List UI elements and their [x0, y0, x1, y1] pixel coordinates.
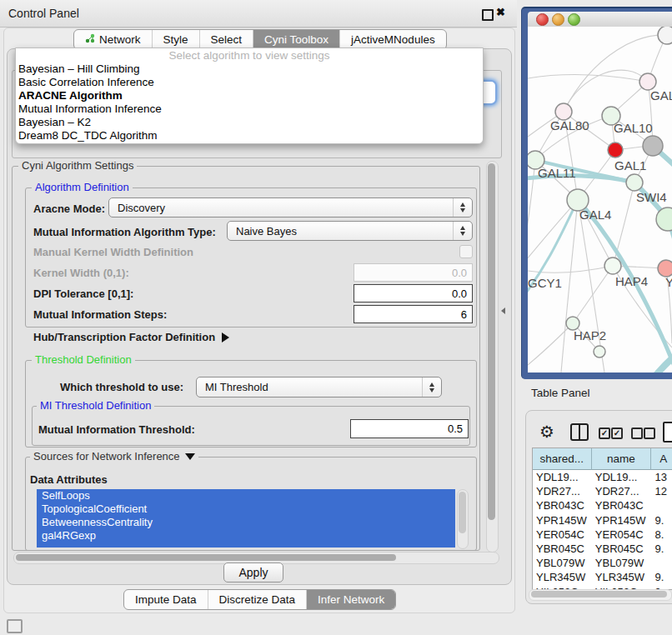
- checkbox-unchecked-icon[interactable]: [644, 428, 655, 439]
- algorithm-definition-title: Algorithm Definition: [32, 182, 133, 193]
- table-cell: 9.: [652, 514, 672, 527]
- minimize-traffic-light[interactable]: [552, 13, 564, 26]
- float-panel-icon[interactable]: [7, 619, 23, 633]
- checkbox-unchecked-icon[interactable]: [631, 428, 643, 439]
- bottom-tab-infer-network-label: Infer Network: [318, 593, 384, 606]
- table-row[interactable]: YDL19...YDL19...13: [533, 470, 672, 484]
- mi-steps-label: Mutual Information Steps:: [33, 308, 167, 321]
- aracne-mode-combobox[interactable]: Discovery: [108, 198, 473, 218]
- algorithm-option-bayesian-k2[interactable]: Bayesian – K2: [16, 116, 483, 129]
- network-window-titlebar[interactable]: [528, 12, 672, 28]
- network-node-gal[interactable]: [639, 73, 656, 90]
- close-icon[interactable]: ✖: [496, 6, 505, 18]
- network-node-label-gal1: GAL1: [614, 158, 646, 172]
- column-header-shared[interactable]: shared...: [533, 448, 592, 470]
- apply-button[interactable]: Apply: [223, 562, 283, 582]
- dpi-tolerance-field[interactable]: 0.0: [354, 284, 473, 302]
- algorithm-option-aracne-algorithm[interactable]: ARACNE Algorithm: [16, 89, 483, 102]
- aracne-mode-value: Discovery: [118, 202, 165, 214]
- expand-arrow-icon: [222, 332, 229, 342]
- attribute-item-topologicalcoefficient[interactable]: TopologicalCoefficient: [37, 502, 455, 516]
- column-header-a[interactable]: A: [651, 448, 672, 470]
- table-cell: YBL079W: [533, 557, 592, 569]
- network-node-gal1[interactable]: [608, 142, 623, 158]
- kernel-width-field[interactable]: 0.0: [354, 263, 473, 282]
- network-node-label-gal: GAL: [650, 88, 672, 102]
- network-node[interactable]: [658, 27, 672, 44]
- attribute-item-gal4rgexp[interactable]: gal4RGexp: [37, 529, 455, 542]
- splitter-collapse-icon[interactable]: [501, 308, 505, 314]
- cyni-algorithm-settings-title: Cyni Algorithm Settings: [18, 160, 137, 172]
- mi-threshold-field[interactable]: 0.5: [350, 419, 469, 438]
- sources-title[interactable]: Sources for Network Inference: [30, 451, 198, 462]
- network-node-label-gal10: GAL10: [614, 121, 653, 135]
- table-row[interactable]: YPR145WYPR145W9.: [533, 513, 672, 528]
- gear-icon[interactable]: ⚙: [539, 422, 554, 442]
- page-icon[interactable]: [663, 422, 672, 442]
- mi-steps-field[interactable]: 6: [354, 305, 473, 323]
- table-cell: YER054C: [533, 528, 592, 541]
- tab-network-label: Network: [99, 33, 141, 46]
- tab-select[interactable]: Select: [200, 30, 254, 49]
- tab-style[interactable]: Style: [153, 30, 200, 49]
- zoom-traffic-light[interactable]: [568, 13, 580, 26]
- network-node-swi4[interactable]: [626, 174, 643, 191]
- table-horizontal-scrollbar-thumb[interactable]: [531, 591, 667, 598]
- network-node-label-gal80: GAL80: [550, 118, 589, 132]
- threshold-definition-title: Threshold Definition: [32, 354, 135, 366]
- table-cell: YBR043C: [592, 499, 652, 512]
- checkbox-checked-icon[interactable]: ✓: [611, 428, 623, 439]
- table-header-row: shared...nameA: [533, 448, 672, 470]
- close-traffic-light[interactable]: [536, 13, 549, 26]
- bottom-tab-infer-network[interactable]: Infer Network: [307, 590, 395, 609]
- tab-style-label: Style: [163, 33, 188, 46]
- table-cell: YLR345W: [592, 571, 652, 583]
- table-cell: YBR045C: [592, 542, 652, 555]
- attribute-item-selfloops[interactable]: SelfLoops: [37, 489, 455, 502]
- table-cell: YBR045C: [533, 542, 592, 555]
- bottom-tab-discretize-data[interactable]: Discretize Data: [208, 590, 308, 609]
- table-row[interactable]: YER054CYER054C8.: [533, 528, 672, 542]
- bottom-tab-strip: Impute DataDiscretize DataInfer Network: [123, 589, 396, 610]
- bottom-tab-impute-data[interactable]: Impute Data: [124, 590, 208, 609]
- tab-cyni-toolbox[interactable]: Cyni Toolbox: [253, 30, 340, 49]
- settings-vertical-scrollbar-thumb[interactable]: [488, 163, 495, 520]
- manual-kernel-checkbox[interactable]: [459, 245, 473, 258]
- data-attributes-label: Data Attributes: [30, 473, 108, 486]
- network-node-label-hap4: HAP4: [615, 274, 648, 288]
- table-cell: YPR145W: [533, 514, 592, 527]
- table-row[interactable]: YBL079WYBL079W: [533, 556, 672, 570]
- float-icon[interactable]: [482, 9, 494, 21]
- network-canvas[interactable]: GALGAL80GAL10GAL1GAL11SWI4GAL4GCY1HAP4YH…: [528, 27, 672, 372]
- table-cell: YDL19...: [533, 471, 592, 483]
- attributes-scrollbar-thumb[interactable]: [459, 492, 466, 533]
- algorithm-option-mutual-information-inference[interactable]: Mutual Information Inference: [16, 102, 483, 116]
- network-icon: [85, 33, 95, 46]
- attribute-item-betweennesscentrality[interactable]: BetweennessCentrality: [37, 516, 455, 529]
- algorithm-option-basic-correlation-inference[interactable]: Basic Correlation Inference: [16, 76, 483, 89]
- algorithm-option-bayesian-hill-climbing[interactable]: Bayesian – Hill Climbing: [16, 62, 483, 76]
- network-node-gal80[interactable]: [555, 103, 572, 120]
- mi-threshold-definition-title: MI Threshold Definition: [37, 400, 154, 412]
- tab-jactivemnodules[interactable]: jActiveMNodules: [340, 30, 446, 49]
- table-row[interactable]: YBR043CYBR043C: [533, 498, 672, 512]
- network-node-y[interactable]: [658, 260, 672, 277]
- table-cell: 8.: [652, 528, 672, 541]
- table-row[interactable]: YDR27...YDR27...12: [533, 484, 672, 498]
- checkbox-checked-icon[interactable]: ✓: [599, 428, 610, 439]
- hub-definition-toggle[interactable]: Hub/Transcription Factor Definition: [33, 331, 229, 343]
- network-node-hap4[interactable]: [604, 258, 621, 274]
- split-pane-icon[interactable]: [570, 423, 589, 441]
- table-row[interactable]: YBR045CYBR045C9.: [533, 542, 672, 556]
- table-cell: YER054C: [592, 528, 652, 541]
- settings-horizontal-scrollbar-thumb[interactable]: [16, 554, 396, 561]
- control-panel-title: Control Panel: [8, 0, 79, 27]
- network-node[interactable]: [594, 346, 605, 358]
- which-threshold-combobox[interactable]: MI Threshold: [196, 377, 442, 398]
- network-node[interactable]: [643, 136, 663, 156]
- table-row[interactable]: YLR345WYLR345W9.: [533, 570, 672, 584]
- column-header-name[interactable]: name: [592, 448, 652, 470]
- algorithm-option-dream8-dc-tdc-algorithm[interactable]: Dream8 DC_TDC Algorithm: [16, 129, 483, 142]
- mi-type-combobox[interactable]: Naive Bayes: [227, 221, 473, 241]
- tab-network[interactable]: Network: [74, 30, 153, 49]
